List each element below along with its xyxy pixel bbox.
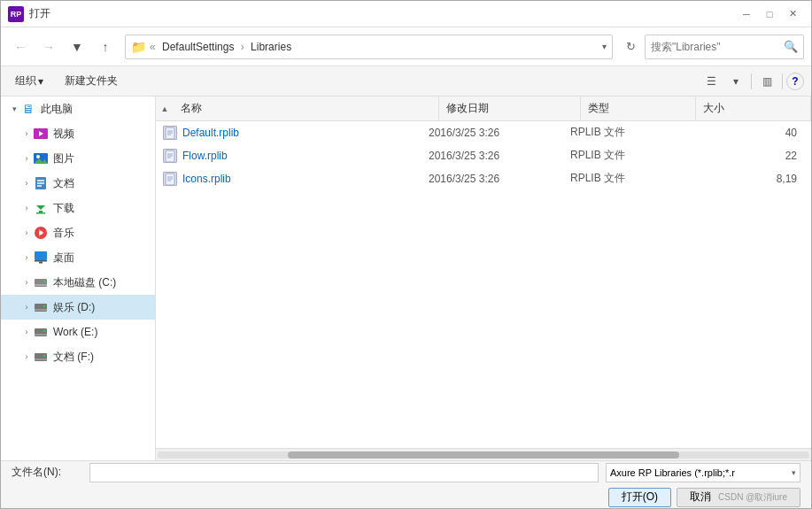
window-title: 打开 bbox=[29, 6, 735, 21]
svg-rect-28 bbox=[35, 359, 47, 360]
file-row-default[interactable]: Default.rplib 2016/3/25 3:26 RPLIB 文件 40 bbox=[156, 121, 811, 144]
this-pc-icon: 🖥 bbox=[20, 101, 36, 117]
svg-point-23 bbox=[43, 305, 45, 307]
svg-point-20 bbox=[43, 281, 45, 282]
cancel-label: 取消 bbox=[690, 490, 711, 505]
file-name-label: Icons.rplib bbox=[182, 173, 231, 185]
sidebar-item-documents[interactable]: › 文档 bbox=[1, 171, 155, 196]
expand-icon: › bbox=[20, 301, 33, 313]
filetype-text: Axure RP Libraries (*.rplib;*.r bbox=[610, 467, 792, 478]
expand-icon: › bbox=[20, 326, 33, 338]
search-icon: 🔍 bbox=[784, 40, 798, 53]
svg-point-29 bbox=[43, 355, 45, 357]
maximize-button[interactable]: □ bbox=[758, 4, 781, 24]
help-button[interactable]: ? bbox=[786, 73, 804, 90]
sidebar-item-this-pc[interactable]: ▾ 🖥 此电脑 bbox=[1, 96, 155, 121]
window-controls: ─ □ ✕ bbox=[735, 4, 804, 24]
local-c-icon bbox=[33, 274, 49, 290]
file-type-icons: RPLIB 文件 bbox=[563, 171, 678, 186]
sidebar-item-music[interactable]: › 音乐 bbox=[1, 220, 155, 245]
svg-rect-11 bbox=[36, 212, 45, 214]
pane-button[interactable]: ▥ bbox=[755, 71, 778, 92]
refresh-button[interactable]: ↻ bbox=[620, 36, 641, 58]
filetype-select[interactable]: Axure RP Libraries (*.rplib;*.r ▾ bbox=[606, 463, 800, 482]
documents-label: 文档 bbox=[53, 176, 74, 191]
column-header: ▲ 名称 修改日期 类型 大小 bbox=[156, 96, 811, 121]
scrollbar-track bbox=[158, 451, 809, 459]
sidebar-item-entertainment-d[interactable]: › 娱乐 (D:) bbox=[1, 295, 155, 320]
open-button[interactable]: 打开(O) bbox=[608, 488, 671, 507]
videos-icon bbox=[33, 126, 49, 142]
recent-dropdown-button[interactable]: ▼ bbox=[65, 35, 89, 59]
sidebar-item-pictures[interactable]: › 图片 bbox=[1, 146, 155, 171]
cancel-button[interactable]: 取消 CSDN @取消iure bbox=[677, 488, 800, 507]
back-button[interactable]: ← bbox=[8, 35, 33, 59]
col-header-type[interactable]: 类型 bbox=[581, 96, 696, 120]
file-date-default: 2016/3/25 3:26 bbox=[421, 127, 563, 139]
expand-icon: › bbox=[20, 177, 33, 189]
dialog-window: RP 打开 ─ □ ✕ ← → ▼ ↑ 📁 « DefaultSettings … bbox=[0, 0, 812, 509]
svg-rect-17 bbox=[39, 262, 43, 264]
organize-arrow-icon: ▾ bbox=[38, 75, 43, 88]
col-header-size[interactable]: 大小 bbox=[696, 96, 811, 120]
address-path: « DefaultSettings › Libraries bbox=[150, 41, 599, 53]
svg-rect-25 bbox=[35, 334, 47, 335]
local-c-label: 本地磁盘 (C:) bbox=[53, 275, 116, 290]
address-bar[interactable]: 📁 « DefaultSettings › Libraries ▾ bbox=[125, 35, 613, 59]
app-icon: RP bbox=[8, 6, 24, 22]
sidebar-item-videos[interactable]: › 视频 bbox=[1, 121, 155, 146]
sidebar-item-work-e[interactable]: › Work (E:) bbox=[1, 320, 155, 344]
file-row-flow[interactable]: Flow.rplib 2016/3/25 3:26 RPLIB 文件 22 bbox=[156, 144, 811, 167]
sidebar-item-downloads[interactable]: › 下载 bbox=[1, 196, 155, 220]
work-e-icon bbox=[33, 324, 49, 340]
secondary-toolbar: 组织 ▾ 新建文件夹 ☰ ▾ ▥ ? bbox=[1, 66, 811, 96]
sidebar-item-docs-f[interactable]: › 文档 (F:) bbox=[1, 344, 155, 369]
file-icon-flow bbox=[163, 149, 177, 163]
file-name-default: Default.rplib bbox=[156, 126, 421, 140]
sidebar-item-desktop[interactable]: › 桌面 bbox=[1, 245, 155, 270]
scrollbar-thumb[interactable] bbox=[288, 451, 679, 459]
music-label: 音乐 bbox=[53, 226, 74, 241]
view-dropdown-button[interactable]: ▾ bbox=[724, 71, 747, 92]
pictures-icon bbox=[33, 150, 49, 166]
nav-toolbar: ← → ▼ ↑ 📁 « DefaultSettings › Libraries … bbox=[1, 27, 811, 66]
file-size-icons: 8,19 bbox=[678, 173, 811, 185]
forward-button[interactable]: → bbox=[36, 35, 61, 59]
expand-icon: › bbox=[20, 227, 33, 239]
file-row-icons[interactable]: Icons.rplib 2016/3/25 3:26 RPLIB 文件 8,19 bbox=[156, 167, 811, 190]
desktop-label: 桌面 bbox=[53, 251, 74, 266]
svg-point-26 bbox=[43, 330, 45, 332]
col-header-date[interactable]: 修改日期 bbox=[439, 96, 581, 120]
expand-icon: › bbox=[20, 152, 33, 165]
action-row: 打开(O) 取消 CSDN @取消iure bbox=[12, 488, 800, 507]
file-name-label: Flow.rplib bbox=[182, 150, 228, 162]
expand-icon: › bbox=[20, 202, 33, 214]
documents-icon bbox=[33, 175, 49, 191]
watermark-text: CSDN @取消iure bbox=[718, 491, 787, 504]
file-size-flow: 22 bbox=[678, 150, 811, 162]
downloads-label: 下载 bbox=[53, 201, 74, 216]
close-button[interactable]: ✕ bbox=[781, 4, 804, 24]
svg-marker-9 bbox=[36, 205, 45, 210]
main-content: ▾ 🖥 此电脑 › 视频 › 图片 › bbox=[1, 96, 811, 460]
entertainment-d-icon bbox=[33, 299, 49, 315]
title-bar: RP 打开 ─ □ ✕ bbox=[1, 1, 811, 27]
horizontal-scrollbar[interactable] bbox=[156, 448, 811, 460]
svg-point-3 bbox=[36, 155, 40, 158]
minimize-button[interactable]: ─ bbox=[735, 4, 758, 24]
sidebar-item-local-c[interactable]: › 本地磁盘 (C:) bbox=[1, 270, 155, 295]
search-input[interactable] bbox=[651, 41, 784, 53]
view-list-button[interactable]: ☰ bbox=[700, 71, 723, 92]
file-name-label: Default.rplib bbox=[182, 127, 239, 139]
new-folder-button[interactable]: 新建文件夹 bbox=[58, 71, 125, 92]
toolbar-divider-2 bbox=[782, 73, 783, 89]
filename-input[interactable] bbox=[89, 463, 599, 482]
pictures-label: 图片 bbox=[53, 151, 74, 166]
col-header-name[interactable]: 名称 bbox=[174, 96, 439, 120]
up-button[interactable]: ↑ bbox=[93, 35, 118, 59]
file-date-flow: 2016/3/25 3:26 bbox=[421, 150, 563, 162]
new-folder-label: 新建文件夹 bbox=[65, 73, 118, 89]
music-icon bbox=[33, 225, 49, 241]
organize-button[interactable]: 组织 ▾ bbox=[8, 71, 50, 92]
file-list: Default.rplib 2016/3/25 3:26 RPLIB 文件 40… bbox=[156, 121, 811, 448]
